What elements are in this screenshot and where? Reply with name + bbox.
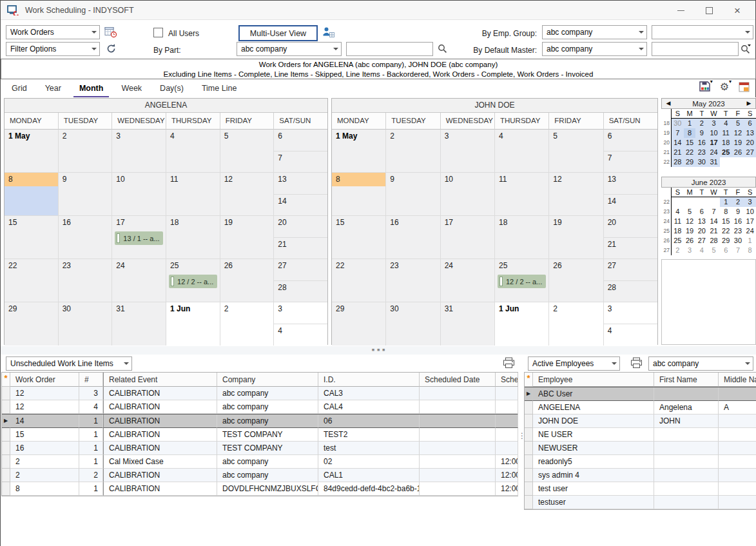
cell[interactable]: 3 [79,387,103,400]
calendar-day-cell[interactable]: 20 [274,216,327,238]
calendar-day-cell[interactable]: 2 [59,130,113,173]
calendar-day-cell[interactable]: 10 [112,173,166,216]
cell[interactable]: 2 [10,455,79,469]
cell[interactable]: 1 [79,414,103,428]
cell[interactable]: NE USER [533,428,654,442]
cell[interactable]: CALIBRATION [103,469,217,482]
cell[interactable]: JOHN DOE [533,414,654,428]
cell[interactable]: 12:00:0 [496,455,518,469]
calendar-day-cell[interactable]: 29 [5,302,59,346]
table-row[interactable]: sys admin 4 [525,469,756,482]
tab-grid[interactable]: Grid [6,82,33,98]
calendar-day-cell[interactable]: 14 [604,195,657,217]
table-row[interactable]: NE USER [525,428,756,442]
calendar-day-cell[interactable]: 3 [112,130,166,173]
next-month-icon[interactable]: ▶ [744,100,753,106]
calendar-day-cell[interactable]: 20 [604,216,657,238]
column-header[interactable]: Employee [533,373,654,387]
mini-day[interactable]: 30 [732,236,744,246]
mini-day[interactable]: 2 [672,246,684,255]
tab-time-line[interactable]: Time Line [196,82,242,98]
calendar-day-cell[interactable]: 3 [274,302,327,324]
mini-day[interactable]: 22 [720,226,732,236]
cell[interactable]: sys admin 4 [533,469,654,482]
cell[interactable] [496,387,518,400]
calendar-day-cell[interactable]: 10 [441,173,495,216]
calendar-day-cell[interactable]: 2 [220,302,275,346]
calendar-day-cell[interactable]: 21 [274,238,327,260]
cell[interactable]: 8 [10,482,79,496]
by-part-select[interactable]: abc company [237,42,342,56]
cell[interactable] [420,400,496,414]
employee-company-select[interactable]: abc company [648,356,753,371]
cell[interactable] [420,414,496,428]
mini-day[interactable]: 11 [672,217,684,226]
calendar-day-cell[interactable]: 1 May [332,130,386,173]
mini-day[interactable]: 1 [684,119,696,128]
employees-view-select[interactable]: Active Employees [528,356,620,371]
cell[interactable]: CAL3 [318,387,420,400]
cell[interactable]: 12 [10,400,79,414]
calendar-day-cell[interactable]: 11 [166,173,220,216]
table-row[interactable]: 124CALIBRATIONabc companyCAL4 [2,400,518,414]
mini-day[interactable]: 3 [708,119,720,128]
cell[interactable]: 2 [79,469,103,482]
cell[interactable]: CALIBRATION [103,400,217,414]
calendar-day-cell[interactable]: 18 [495,216,549,259]
column-header[interactable]: I.D. [318,373,420,387]
column-header[interactable]: Scheduled Date [420,373,496,387]
mini-day[interactable]: 9 [695,128,708,138]
cell[interactable]: CALIBRATION [103,482,217,496]
cell[interactable] [719,428,756,442]
tab-month[interactable]: Month [73,82,109,98]
multi-user-view-button[interactable]: Multi-User View [238,25,318,41]
column-header[interactable]: Related Event [103,373,217,387]
calendar-event[interactable]: 12 / 2 -- a... [498,275,546,288]
cell[interactable] [719,482,756,496]
table-row[interactable]: 22CALIBRATIONabc companyCAL112:00:0 [2,469,518,482]
table-row[interactable]: JOHN DOEJOHN [525,414,756,428]
cell[interactable] [654,482,719,496]
cell[interactable]: 06 [318,414,420,428]
calendar-day-cell[interactable]: 15 [5,216,59,259]
minimize-button[interactable] [666,1,695,20]
close-button[interactable]: × [723,1,751,20]
mini-day[interactable]: 24 [708,148,720,157]
calendar-day-cell[interactable]: 1 Jun [166,302,220,346]
cell[interactable]: 15 [10,428,79,442]
mini-day[interactable]: 24 [744,226,756,236]
cell[interactable]: A [719,401,756,414]
mini-day[interactable]: 23 [695,148,708,157]
work-orders-select[interactable]: Work Orders [6,25,100,39]
calendar-day-cell[interactable]: 21 [604,238,657,260]
mini-day[interactable]: 15 [684,138,696,148]
mini-day[interactable]: 30 [695,157,708,167]
calendar-day-cell[interactable]: 2512 / 2 -- a... [166,259,220,302]
cell[interactable]: 02 [318,455,420,469]
calendar-day-cell[interactable]: 1 May [5,130,59,173]
mini-day[interactable]: 4 [672,207,684,217]
calendar-day-cell[interactable]: 2 [386,130,440,173]
mini-day[interactable]: 12 [732,128,744,138]
calendar-day-cell[interactable]: 22 [5,259,59,302]
calendar-event[interactable]: 13 / 1 -- a... [115,231,163,245]
calendar-day-cell[interactable]: 17 [441,216,495,259]
cell[interactable]: TEST COMPANY [217,442,318,455]
by-emp-group-select[interactable]: abc company [542,25,647,39]
cell[interactable]: test [318,442,420,455]
cell[interactable] [654,469,719,482]
calendar-day-cell[interactable]: 13 [604,173,657,195]
cell[interactable] [420,428,496,442]
cell[interactable] [496,414,518,428]
mini-day[interactable]: 5 [684,207,696,217]
calendar-day-cell[interactable]: 9 [59,173,113,216]
cell[interactable]: NEWUSER [533,442,654,455]
cell[interactable]: Angelena [654,401,719,414]
cell[interactable] [420,455,496,469]
mini-day[interactable]: 21 [708,226,720,236]
calendar-day-cell[interactable]: 8 [5,173,59,216]
mini-day[interactable]: 19 [684,226,696,236]
cell[interactable] [420,469,496,482]
by-default-master-select[interactable]: abc company [542,42,647,56]
multi-user-person-grid-icon[interactable] [322,26,335,38]
